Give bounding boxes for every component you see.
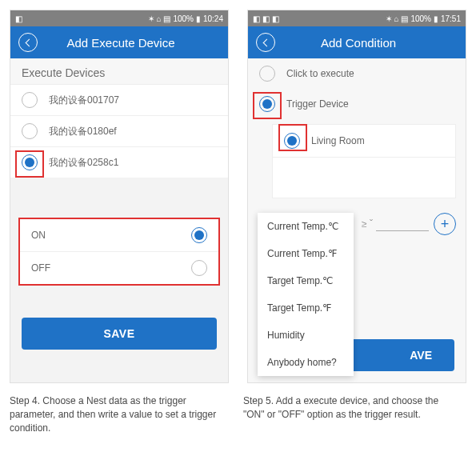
radio-icon — [191, 260, 207, 276]
status-battery: 100% — [410, 14, 431, 23]
off-label: OFF — [31, 262, 50, 274]
phone-right: ◧ ◧ ◧ ✶ ⌂ ▤ 100% ▮ 17:51 Add Condition C… — [247, 10, 466, 383]
back-button[interactable] — [18, 33, 38, 52]
radio-icon — [284, 133, 300, 149]
option-label: Click to execute — [286, 68, 354, 79]
dropdown-item[interactable]: Target Temp.℉ — [258, 294, 354, 322]
device-row[interactable]: 我的设备001707 — [10, 84, 228, 115]
device-label: 我的设备0180ef — [49, 125, 117, 138]
onoff-block: ON OFF — [18, 218, 220, 286]
section-title: Execute Devices — [10, 58, 228, 84]
dropdown-item[interactable]: Current Temp.℉ — [258, 240, 354, 267]
on-label: ON — [31, 230, 46, 241]
status-time: 10:24 — [203, 14, 223, 23]
add-button[interactable]: + — [434, 213, 456, 235]
dropdown-item[interactable]: Anybody home? — [258, 349, 354, 376]
save-button[interactable]: SAVE — [22, 318, 217, 350]
on-row[interactable]: ON — [20, 219, 218, 252]
radio-icon — [22, 123, 38, 139]
caption-step4: Step 4. Choose a Nest data as the trigge… — [10, 394, 227, 434]
option-trigger-row[interactable]: Trigger Device — [248, 89, 466, 119]
status-icon: ◧ ◧ ◧ — [253, 14, 279, 23]
status-icons: ✶ ⌂ ▤ — [148, 14, 171, 23]
dropdown-item[interactable]: Target Temp.℃ — [258, 267, 354, 294]
off-row[interactable]: OFF — [20, 252, 218, 284]
statusbar: ◧ ◧ ◧ ✶ ⌂ ▤ 100% ▮ 17:51 — [248, 10, 466, 26]
status-icons: ✶ ⌂ ▤ — [386, 14, 409, 23]
radio-icon — [259, 96, 275, 112]
device-label: 我的设备0258c1 — [49, 156, 118, 170]
save-label-visible: AVE — [410, 349, 432, 362]
status-time: 17:51 — [441, 14, 461, 23]
nested-blank — [272, 158, 456, 198]
value-input-underline[interactable] — [376, 218, 429, 231]
device-label: 我的设备001707 — [49, 94, 119, 107]
radio-icon — [22, 92, 38, 108]
radio-icon — [191, 227, 207, 243]
device-row[interactable]: 我的设备0258c1 — [10, 146, 228, 178]
back-button[interactable] — [256, 33, 275, 52]
phone-left: ◧ ✶ ⌂ ▤ 100% ▮ 10:24 Add Execute Device … — [10, 10, 229, 383]
option-label: Trigger Device — [286, 98, 349, 110]
appbar: Add Execute Device — [10, 26, 228, 58]
option-click-row[interactable]: Click to execute — [248, 58, 466, 89]
statusbar: ◧ ✶ ⌂ ▤ 100% ▮ 10:24 — [10, 10, 228, 26]
dropdown-item[interactable]: Current Temp.℃ — [258, 213, 354, 240]
dropdown-item[interactable]: Humidity — [258, 322, 354, 349]
status-icon-message: ◧ — [15, 14, 23, 22]
nested-device-label: Living Room — [311, 135, 365, 146]
appbar-title: Add Condition — [283, 36, 434, 50]
appbar-title: Add Execute Device — [46, 36, 196, 50]
param-dropdown: Current Temp.℃ Current Temp.℉ Target Tem… — [258, 213, 354, 376]
param-row: ≥ ˇ + Current Temp.℃ Current Temp.℉ Targ… — [258, 213, 456, 235]
radio-icon — [22, 154, 38, 170]
operator-hint[interactable]: ≥ ˇ — [362, 218, 373, 230]
device-row[interactable]: 我的设备0180ef — [10, 115, 228, 146]
appbar: Add Condition — [248, 26, 466, 58]
radio-icon — [259, 66, 275, 82]
status-battery: 100% — [173, 14, 194, 23]
caption-step5: Step 5. Add a execute device, and choose… — [243, 394, 461, 434]
nested-device-row[interactable]: Living Room — [272, 124, 456, 158]
